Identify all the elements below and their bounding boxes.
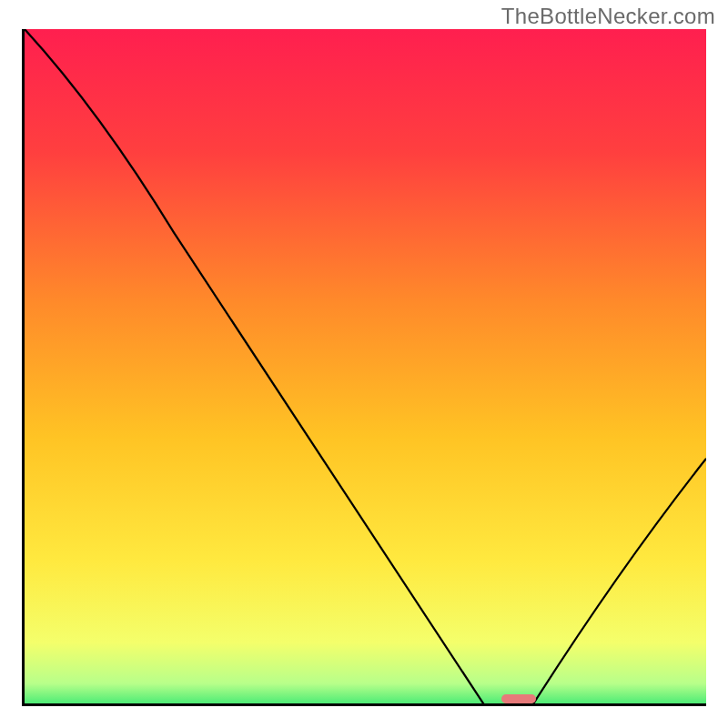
- curve-line: [25, 29, 706, 706]
- bottleneck-marker: [501, 694, 535, 703]
- watermark-label: TheBottleNecker.com: [501, 4, 715, 29]
- bottleneck-chart: TheBottleNecker.com: [0, 0, 728, 728]
- plot-area: [22, 29, 706, 706]
